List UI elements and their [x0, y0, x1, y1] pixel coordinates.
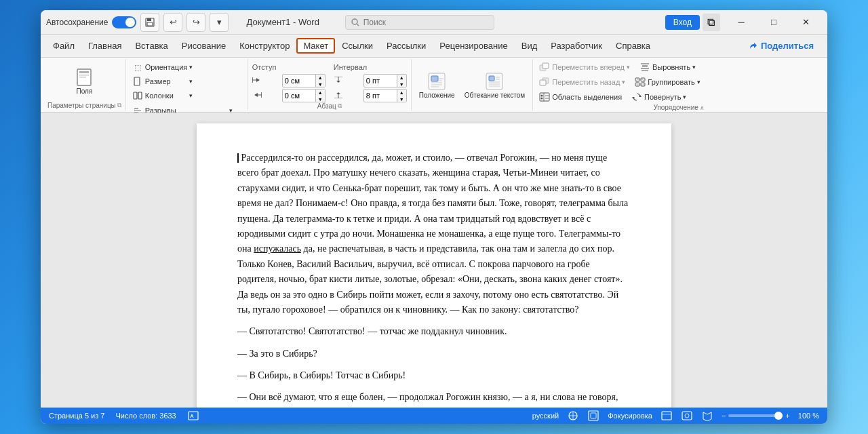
titlebar-center: Документ1 - Word [247, 17, 319, 27]
svg-marker-27 [336, 81, 340, 83]
rotate-button[interactable]: Повернуть ▾ [629, 90, 688, 104]
wrap-text-button[interactable]: Обтекание текстом [461, 69, 529, 101]
size-button[interactable]: Размер ▾ [130, 75, 195, 88]
svg-rect-58 [540, 93, 549, 101]
align-icon [639, 62, 650, 73]
indent-right-spinbox[interactable]: 0 см ▲ ▼ [282, 89, 326, 102]
position-icon [426, 71, 448, 92]
zoom-track[interactable] [728, 414, 783, 417]
zoom-out-btn[interactable]: − [722, 412, 726, 420]
zoom-thumb[interactable] [774, 412, 783, 420]
indent-left-spinbox[interactable]: 0 см ▲ ▼ [282, 74, 326, 87]
document-scroll[interactable]: Рассердился-то он рассердился, да, может… [41, 113, 827, 408]
indent-right-up[interactable]: ▲ [316, 89, 325, 96]
spacing-after-down[interactable]: ▼ [397, 96, 406, 102]
search-input[interactable] [363, 18, 472, 27]
menu-mailings[interactable]: Рассылки [380, 38, 433, 54]
page-info[interactable]: Страница 5 из 7 [49, 412, 104, 420]
menu-design[interactable]: Конструктор [233, 38, 296, 54]
redo-button[interactable]: ↪ [186, 13, 205, 32]
minimize-button[interactable]: ─ [726, 12, 757, 33]
spacing-before-spinbox[interactable]: 0 пт ▲ ▼ [363, 74, 407, 87]
zoom-slider[interactable]: − + [722, 412, 790, 420]
zoom-level[interactable]: 100 % [798, 412, 819, 420]
text-cursor [237, 153, 239, 163]
svg-rect-52 [540, 80, 546, 85]
orientation-button[interactable]: ⬚ Ориентация ▾ [130, 60, 195, 74]
page-setup-expand-icon[interactable]: ⧉ [117, 102, 121, 109]
view-read-icon[interactable] [701, 410, 713, 422]
menu-developer[interactable]: Разработчик [544, 38, 609, 54]
view-layout-icon[interactable] [660, 410, 673, 422]
menu-draw[interactable]: Рисование [175, 38, 233, 54]
svg-rect-53 [635, 78, 639, 81]
bring-forward-button[interactable]: Переместить вперед ▾ [537, 60, 632, 74]
maximize-button[interactable]: □ [758, 12, 789, 33]
arrange-btns-row3: Область выделения Повернуть ▾ [537, 90, 821, 104]
menu-references[interactable]: Ссылки [335, 38, 380, 54]
columns-button[interactable]: Колонки ▾ [130, 89, 195, 102]
spacing-before-down[interactable]: ▼ [397, 81, 406, 87]
selection-pane-button[interactable]: Область выделения [537, 90, 624, 104]
indent-left-up[interactable]: ▲ [316, 74, 325, 81]
more-button[interactable]: ▾ [210, 13, 229, 32]
paragraph-expand-icon[interactable]: ⧉ [338, 102, 342, 110]
menu-layout[interactable]: Макет [296, 38, 335, 54]
fields-icon [73, 67, 95, 87]
ribbon-group-page-setup: ⬚ Ориентация ▾ Размер ▾ [126, 59, 248, 111]
spacing-after-up[interactable]: ▲ [397, 89, 406, 96]
align-button[interactable]: Выровнять ▾ [637, 60, 698, 74]
document-page[interactable]: Рассердился-то он рассердился, да, может… [197, 123, 671, 408]
spacing-after-value: 8 пт [364, 92, 397, 100]
menu-insert[interactable]: Вставка [128, 38, 174, 54]
indent-left-down[interactable]: ▼ [316, 81, 325, 87]
spacing-before-up[interactable]: ▲ [397, 74, 406, 81]
fields-button[interactable]: Поля [69, 65, 99, 97]
paragraph-3: — За это в Сибирь? [237, 347, 631, 361]
svg-rect-72 [662, 412, 671, 420]
signin-button[interactable]: Вход [665, 15, 700, 30]
ribbon-content: Поля Параметры страницы ⧉ ⬚ Ориентация ▾ [41, 58, 827, 112]
ribbon-group-position: Положение Обтекание текстом [412, 59, 533, 111]
position-button[interactable]: Положение [416, 69, 458, 101]
spellcheck-icon[interactable] [187, 410, 199, 422]
zoom-in-btn[interactable]: + [785, 412, 789, 420]
restore-down-button[interactable]: ⧉ [703, 14, 720, 31]
focus-label[interactable]: Фокусировка [608, 412, 652, 420]
svg-rect-6 [79, 71, 89, 73]
autosave-toggle[interactable] [112, 16, 136, 28]
indent-right-down[interactable]: ▼ [316, 96, 325, 102]
svg-rect-39 [489, 76, 494, 81]
svg-rect-9 [134, 77, 140, 85]
app-window: Автосохранение ↩ ↪ ▾ Документ1 - Word Вх… [41, 10, 827, 424]
language[interactable]: русский [532, 412, 559, 420]
search-box[interactable] [345, 15, 494, 30]
menu-help[interactable]: Справка [609, 38, 657, 54]
share-button[interactable]: Поделиться [741, 38, 822, 54]
document-area: Рассердился-то он рассердился, да, может… [41, 113, 827, 408]
svg-rect-55 [635, 83, 639, 86]
arrange-expand-icon[interactable]: ∧ [700, 104, 705, 111]
save-button[interactable] [140, 13, 159, 32]
view-web-icon[interactable] [681, 410, 693, 422]
focus-icon[interactable] [587, 410, 599, 422]
group-button[interactable]: Группировать ▾ [633, 75, 703, 89]
spacing-before-row: 0 пт ▲ ▼ [334, 74, 407, 87]
group-icon [635, 77, 646, 87]
statusbar: Страница 5 из 7 Число слов: 3633 русский… [41, 408, 827, 424]
ribbon: Поля Параметры страницы ⧉ ⬚ Ориентация ▾ [41, 58, 827, 113]
svg-rect-8 [79, 77, 86, 78]
close-button[interactable]: ✕ [791, 12, 822, 33]
spacing-before-value: 0 пт [364, 77, 397, 85]
word-count[interactable]: Число слов: 3633 [115, 412, 176, 420]
svg-rect-66 [189, 412, 198, 420]
menu-review[interactable]: Рецензирование [433, 38, 514, 54]
spacing-after-spinbox[interactable]: 8 пт ▲ ▼ [363, 89, 407, 102]
undo-button[interactable]: ↩ [163, 13, 182, 32]
autosave-label: Автосохранение [46, 18, 108, 27]
menu-view[interactable]: Вид [515, 38, 545, 54]
menu-file[interactable]: Файл [46, 38, 81, 54]
menu-home[interactable]: Главная [81, 38, 128, 54]
send-backward-button[interactable]: Переместить назад ▾ [537, 75, 627, 89]
lang-icon[interactable] [567, 410, 579, 422]
